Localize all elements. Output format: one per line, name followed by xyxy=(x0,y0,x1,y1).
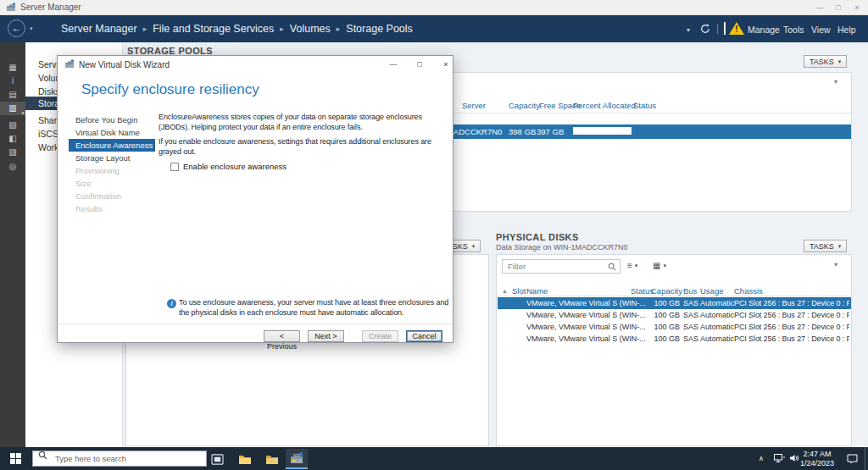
server-manager-taskbar-button[interactable] xyxy=(286,449,308,469)
strip-icon-7[interactable]: ▨ xyxy=(0,146,25,159)
column-header-capacity[interactable]: Capacity xyxy=(651,286,680,296)
physical-disks-title: PHYSICAL DISKS xyxy=(496,232,579,242)
column-header-usage[interactable]: Usage xyxy=(700,286,723,296)
refresh-icon[interactable] xyxy=(699,23,711,35)
disk-name: VMware, VMware Virtual S (WIN-... xyxy=(526,323,646,331)
tray-time-text: 2:47 AM xyxy=(791,450,843,459)
checkbox-label[interactable]: Enable enclosure awareness xyxy=(183,162,287,171)
window-close-button[interactable]: × xyxy=(849,2,865,14)
dialog-title: New Virtual Disk Wizard xyxy=(79,60,170,69)
dashboard-icon[interactable]: ▦ xyxy=(0,61,25,75)
storage-pools-collapse-chevron-icon[interactable]: ▾ xyxy=(834,78,837,86)
menu-tools[interactable]: Tools xyxy=(783,25,804,35)
column-header-name[interactable]: Name xyxy=(526,286,548,296)
disk-name: VMware, VMware Virtual S (WIN-... xyxy=(526,335,646,343)
wizard-info-note: To use enclosure awareness, your server … xyxy=(179,298,450,318)
wizard-step-size: Size xyxy=(69,177,155,190)
storage-pools-tasks-button[interactable]: TASKS▾ xyxy=(804,55,847,68)
file-and-storage-services-icon[interactable]: ▥▸ xyxy=(0,102,25,115)
pool-capacity: 398 GB xyxy=(509,127,536,136)
warning-exclamation: ! xyxy=(729,25,744,34)
column-header-capacity[interactable]: Capacity xyxy=(509,101,540,110)
disk-usage: Automatic xyxy=(700,323,734,331)
dialog-close-button[interactable]: × xyxy=(437,58,454,70)
breadcrumb-item-file-storage[interactable]: File and Storage Services xyxy=(153,23,274,35)
all-servers-icon[interactable]: ▤ xyxy=(0,88,25,102)
search-icon xyxy=(608,263,616,271)
wizard-step-before-you-begin[interactable]: Before You Begin xyxy=(69,113,155,126)
column-header-status[interactable]: Status xyxy=(631,286,654,296)
menu-manage[interactable]: Manage xyxy=(748,25,780,35)
wizard-step-virtual-disk-name[interactable]: Virtual Disk Name xyxy=(69,126,155,139)
column-header-percent-allocated[interactable]: Percent Allocated xyxy=(573,101,636,110)
wizard-step-storage-layout[interactable]: Storage Layout xyxy=(69,152,155,164)
breadcrumb: Server Manager▸File and Storage Services… xyxy=(61,23,413,35)
disk-usage: Automatic xyxy=(700,299,734,307)
column-header-bus[interactable]: Bus xyxy=(683,286,697,296)
file-explorer-icon xyxy=(238,455,252,465)
local-server-icon[interactable]: i xyxy=(0,75,25,88)
network-icon[interactable] xyxy=(774,454,785,463)
back-button[interactable]: ← xyxy=(8,19,25,37)
feedback-icon[interactable]: ◎ xyxy=(0,160,25,174)
breadcrumb-separator-icon: ▸ xyxy=(280,25,284,33)
start-button[interactable] xyxy=(0,447,31,470)
physical-disk-row[interactable]: VMware, VMware Virtual S (WIN-... 100 GB… xyxy=(498,309,851,321)
columns-settings-button[interactable]: ▦▾ xyxy=(653,261,666,270)
task-view-button[interactable] xyxy=(206,451,228,467)
physical-disks-collapse-chevron-icon[interactable]: ▾ xyxy=(834,261,837,268)
disk-name: VMware, VMware Virtual S (WIN-... xyxy=(526,311,646,319)
column-header-chassis[interactable]: Chassis xyxy=(734,286,763,296)
column-header-status[interactable]: Status xyxy=(633,101,656,110)
physical-disk-row[interactable]: VMware, VMware Virtual S (WIN-... 100 GB… xyxy=(498,321,851,333)
physical-disks-tasks-button[interactable]: TASKS▾ xyxy=(804,240,847,252)
physical-disk-row[interactable]: VMware, VMware Virtual S (WIN-... 100 GB… xyxy=(498,297,851,309)
physical-disks-subtitle: Data Storage on WIN-1MADCCKR7N0 xyxy=(496,243,628,252)
column-header-slot[interactable]: Slot xyxy=(512,286,526,296)
filter-criteria-button[interactable]: ≡▾ xyxy=(627,261,637,270)
strip-icon-5[interactable]: ▧ xyxy=(0,119,25,132)
filter-input[interactable] xyxy=(502,259,620,274)
breadcrumb-item-server-manager[interactable]: Server Manager xyxy=(61,23,137,35)
disk-chassis: PCI Slot 256 : Bus 27 : Device 0 : Funct… xyxy=(734,311,849,319)
enable-enclosure-awareness-checkbox[interactable] xyxy=(170,163,179,171)
column-header-server[interactable]: Server xyxy=(462,101,486,110)
action-center-icon[interactable] xyxy=(847,454,858,464)
file-explorer-button[interactable] xyxy=(234,451,256,467)
tray-clock[interactable]: 2:47 AM 1/24/2023 xyxy=(791,450,843,467)
list-icon: ≡ xyxy=(627,261,632,270)
alert-column-icon[interactable]: ▲ xyxy=(502,288,508,294)
window-title: Server Manager xyxy=(20,3,81,12)
notifications-flag-button[interactable]: ! xyxy=(724,21,749,36)
menu-help[interactable]: Help xyxy=(837,25,856,35)
window-maximize-button[interactable]: □ xyxy=(831,2,846,14)
back-history-caret-icon[interactable]: ▾ xyxy=(30,25,33,32)
breadcrumb-item-volumes[interactable]: Volumes xyxy=(290,23,331,35)
window-minimize-button[interactable]: — xyxy=(812,2,827,14)
navbar: ← ▾ Server Manager▸File and Storage Serv… xyxy=(0,15,868,42)
next-button[interactable]: Next > xyxy=(308,330,344,342)
tray-expand-caret-icon[interactable]: ∧ xyxy=(759,455,764,462)
folder-button[interactable] xyxy=(261,451,283,467)
create-button[interactable]: Create xyxy=(362,330,398,342)
strip-flyout-arrow-icon: ▸ xyxy=(22,106,25,119)
physical-disk-row[interactable]: VMware, VMware Virtual S (WIN-... 100 GB… xyxy=(498,333,851,345)
breadcrumb-item-storage-pools[interactable]: Storage Pools xyxy=(346,23,413,35)
previous-button[interactable]: < Previous xyxy=(264,330,300,342)
wizard-step-enclosure-awareness[interactable]: Enclosure Awareness xyxy=(69,139,155,152)
enclosure-awareness-description: EnclosureAwareness stores copies of your… xyxy=(159,112,448,132)
wizard-step-results: Results xyxy=(69,202,155,215)
taskbar-search-input[interactable] xyxy=(32,451,207,467)
cancel-button[interactable]: Cancel xyxy=(406,330,442,342)
dialog-maximize-button[interactable]: □ xyxy=(411,58,428,70)
disk-capacity: 100 GB xyxy=(651,311,680,319)
menu-view[interactable]: View xyxy=(811,25,831,35)
caret-down-icon: ▾ xyxy=(472,243,476,250)
dialog-minimize-button[interactable]: — xyxy=(385,58,402,70)
wizard-icon xyxy=(64,59,75,69)
disk-bus: SAS xyxy=(683,335,698,343)
strip-icon-6[interactable]: ◧ xyxy=(0,132,25,146)
show-desktop-button[interactable] xyxy=(865,447,868,470)
nav-dropdown-caret-icon[interactable]: ▾ xyxy=(687,26,690,34)
tray-date-text: 1/24/2023 xyxy=(791,459,843,468)
